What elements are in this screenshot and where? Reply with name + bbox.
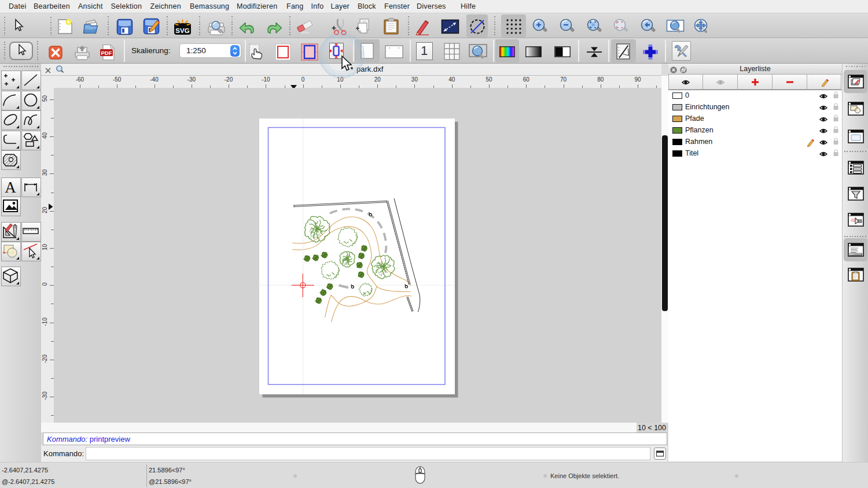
svg-text:A: A: [5, 179, 16, 195]
svg-text:c:\command: c:\command: [851, 253, 862, 256]
svg-text:SVG: SVG: [175, 27, 189, 34]
svg-text:PDF: PDF: [101, 50, 112, 56]
